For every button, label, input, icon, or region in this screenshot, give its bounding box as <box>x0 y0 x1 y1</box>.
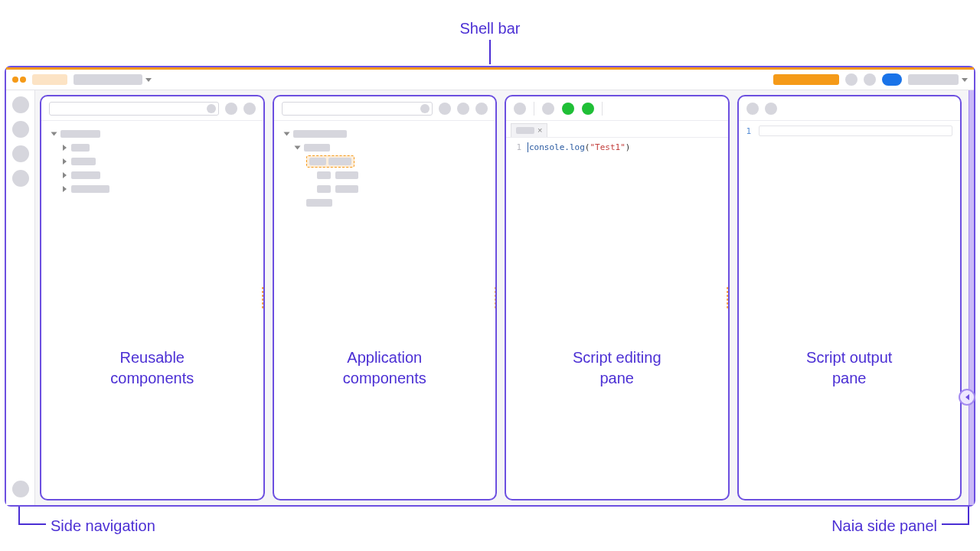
side-navigation <box>6 90 35 505</box>
output-line: 1 <box>746 126 953 136</box>
editor-toolbar <box>506 96 728 121</box>
reusable-components-panel: Reusable components <box>40 95 265 500</box>
tree-node[interactable] <box>63 168 253 182</box>
chevron-left-icon <box>965 394 969 400</box>
panel-caption: Reusable components <box>41 347 263 389</box>
tree-node[interactable] <box>317 168 485 182</box>
side-nav-item[interactable] <box>12 96 29 113</box>
editor-tab[interactable]: × <box>511 123 547 137</box>
toolbar-button[interactable] <box>243 103 256 115</box>
annotation-side-nav: Side navigation <box>51 516 155 536</box>
naia-side-panel <box>969 90 974 505</box>
editor-tabstrip: × <box>506 121 728 138</box>
panel-caption: Script output pane <box>739 347 961 389</box>
code-editor[interactable]: 1 console.log("Test1") <box>506 138 728 156</box>
shell-action-1[interactable] <box>845 73 858 86</box>
search-icon <box>420 104 430 113</box>
toolbar-button[interactable] <box>457 103 469 115</box>
line-gutter: 1 <box>506 142 528 152</box>
naia-expand-button[interactable] <box>959 389 975 406</box>
tree-node[interactable] <box>63 155 253 168</box>
toolbar-button[interactable] <box>765 103 777 115</box>
toolbar-button[interactable] <box>746 103 759 115</box>
toolbar-button[interactable] <box>475 103 488 115</box>
component-tree <box>274 121 496 216</box>
run-button[interactable] <box>562 103 574 115</box>
application-components-panel: Application components <box>273 95 498 500</box>
tree-node[interactable] <box>52 127 253 141</box>
splitter-handle[interactable] <box>493 285 497 311</box>
tree-node[interactable] <box>63 182 253 196</box>
code-line-content: console.log("Test1") <box>528 142 630 152</box>
panel-caption: Application components <box>274 347 496 389</box>
shell-action-highlight[interactable] <box>882 73 902 86</box>
tree-node[interactable] <box>317 182 485 196</box>
toolbar-button[interactable] <box>514 103 526 115</box>
tree-node-selected[interactable] <box>306 155 485 168</box>
chevron-down-icon <box>962 78 968 82</box>
run-button-alt[interactable] <box>582 103 594 115</box>
script-output-panel: 1 Script output pane <box>737 95 962 500</box>
main-application-frame: Reusable components <box>5 66 975 507</box>
panel-toolbar <box>41 96 263 121</box>
shell-action-2[interactable] <box>864 73 876 86</box>
close-icon[interactable]: × <box>537 126 542 135</box>
primary-action-button[interactable] <box>773 74 839 85</box>
toolbar-button[interactable] <box>542 103 554 115</box>
chevron-down-icon <box>145 78 152 82</box>
search-icon <box>207 104 216 113</box>
output-row <box>759 126 952 136</box>
tree-node[interactable] <box>63 141 253 155</box>
tree-node[interactable] <box>285 127 485 141</box>
annotation-naia: Naia side panel <box>831 516 937 536</box>
side-nav-item[interactable] <box>12 145 29 162</box>
app-logo <box>12 77 26 83</box>
tree-node[interactable] <box>306 196 485 210</box>
product-switcher[interactable] <box>32 74 67 85</box>
shell-dropdown[interactable] <box>74 74 152 85</box>
search-input[interactable] <box>49 102 219 116</box>
search-input[interactable] <box>282 102 433 116</box>
splitter-handle[interactable] <box>726 285 730 311</box>
panel-toolbar <box>274 96 496 121</box>
side-nav-item[interactable] <box>12 170 29 187</box>
output-area: 1 <box>739 121 961 141</box>
component-tree <box>41 121 263 202</box>
user-menu[interactable] <box>908 74 968 85</box>
side-nav-item-bottom[interactable] <box>12 481 29 497</box>
output-toolbar <box>739 96 961 121</box>
toolbar-button[interactable] <box>225 103 237 115</box>
splitter-handle[interactable] <box>261 285 265 311</box>
script-editing-panel: × 1 console.log("Test1") Script editing … <box>505 95 730 500</box>
annotation-shell-bar: Shell bar <box>0 18 980 38</box>
shell-bar <box>6 67 974 90</box>
tree-node[interactable] <box>296 141 485 155</box>
panel-caption: Script editing pane <box>506 347 728 389</box>
side-nav-item[interactable] <box>12 121 29 138</box>
toolbar-button[interactable] <box>439 103 451 115</box>
